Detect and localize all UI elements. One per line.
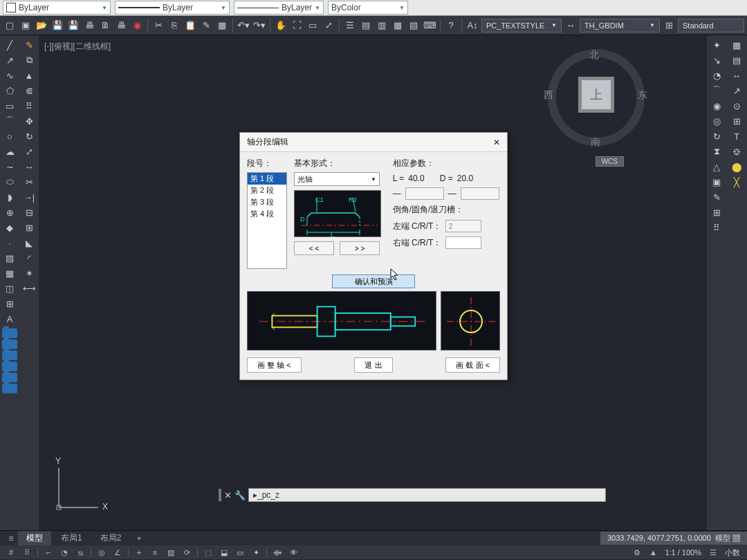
3dosnap-icon[interactable]: ⬚ (201, 547, 215, 558)
plot-icon[interactable]: 🖶 (114, 19, 128, 32)
drag-handle-icon[interactable] (219, 489, 221, 501)
layer-folder-icon[interactable] (2, 384, 17, 393)
gradient-icon[interactable]: ▦ (1, 266, 18, 280)
fillet-icon[interactable]: ◜ (21, 251, 37, 265)
lwt-icon[interactable]: ≡ (148, 547, 162, 558)
rtool-icon[interactable]: ⌒ (708, 84, 725, 97)
circle-icon[interactable]: ○ (1, 129, 18, 143)
rtool-icon[interactable]: ◎ (708, 114, 725, 128)
rtool-icon[interactable]: ↗ (728, 84, 745, 97)
rotate-icon[interactable]: ↻ (21, 129, 37, 143)
designcenter-icon[interactable]: ▤ (359, 19, 373, 32)
dimstyle-dropdown[interactable]: TH_GBDIM▼ (580, 19, 660, 32)
tabs-menu-icon[interactable]: ≡ (6, 533, 17, 544)
markup-icon[interactable]: ▧ (407, 19, 421, 32)
draw-whole-shaft-button[interactable]: 画 整 轴 < (247, 357, 302, 373)
layer-folder-icon[interactable] (2, 339, 17, 349)
segment-item[interactable]: 第 2 段 (248, 185, 286, 196)
rtool-icon[interactable]: ⬤ (728, 160, 745, 174)
offset-icon[interactable]: ⋐ (21, 84, 37, 97)
add-layout-button[interactable]: + (131, 534, 147, 543)
zoom-win-icon[interactable]: ▭ (306, 19, 320, 32)
pan-icon[interactable]: ✋ (274, 19, 288, 32)
ellipse-arc-icon[interactable]: ◗ (1, 190, 18, 204)
matchprop-icon[interactable]: ✎ (199, 19, 213, 32)
line-icon[interactable]: ╱ (1, 38, 18, 52)
anno-scale-icon[interactable]: ⟴ (270, 547, 284, 558)
copy-icon[interactable]: ⎘ (167, 19, 181, 32)
segment-item[interactable]: 第 1 段 (248, 173, 286, 185)
copy-obj-icon[interactable]: ⧉ (21, 53, 37, 67)
param-input-2[interactable] (461, 187, 499, 200)
layer-folder-icon[interactable] (2, 373, 17, 382)
right-crt-input[interactable] (445, 236, 481, 249)
rtool-icon[interactable]: ⯐ (728, 144, 745, 158)
draw-section-button[interactable]: 画 截 面 < (445, 357, 500, 373)
rtool-icon[interactable]: ↘ (708, 53, 725, 67)
polygon-icon[interactable]: ⬠ (1, 84, 18, 97)
calc-icon[interactable]: ⌨ (423, 19, 436, 32)
rtool-icon[interactable]: ▣ (708, 175, 725, 189)
erase-icon[interactable]: ✎ (21, 38, 37, 52)
paste-icon[interactable]: 📋 (183, 19, 197, 32)
rtool-icon[interactable]: ⠿ (708, 221, 725, 234)
rtool-icon[interactable]: ⊞ (708, 205, 725, 219)
preview-icon[interactable]: 🗎 (98, 19, 112, 32)
wrench-icon[interactable]: 🔧 (234, 490, 246, 501)
spline-icon[interactable]: ∼ (1, 160, 18, 174)
properties-icon[interactable]: ☰ (343, 19, 357, 32)
rtool-icon[interactable]: ▤ (728, 53, 745, 67)
rtool-icon[interactable]: ╳ (728, 175, 745, 189)
color-dropdown[interactable]: ByLayer ▼ (3, 1, 111, 15)
rtool-icon[interactable]: ▦ (728, 38, 745, 52)
sel-icon[interactable]: ▭ (233, 547, 247, 558)
make-block-icon[interactable]: ◆ (1, 221, 18, 234)
param-input-1[interactable] (405, 187, 444, 200)
open-icon[interactable]: 📂 (35, 19, 48, 32)
help-icon[interactable]: ? (444, 19, 458, 32)
view-label[interactable]: [-][俯视][二维线框] (44, 41, 111, 53)
rtool-icon[interactable]: ↔ (728, 68, 745, 82)
segment-item[interactable]: 第 4 段 (248, 208, 286, 220)
rtool-icon[interactable]: ◔ (708, 68, 725, 82)
snap-icon[interactable]: ⠿ (20, 547, 34, 558)
array-icon[interactable]: ⠿ (21, 99, 37, 113)
region-icon[interactable]: ◫ (1, 281, 18, 295)
layer-folder-icon[interactable] (2, 328, 17, 338)
segment-prev-button[interactable]: < < (294, 241, 334, 255)
rtool-icon[interactable]: ⊞ (728, 114, 745, 128)
workspace-icon[interactable]: ⚙ (630, 547, 644, 558)
dwf-icon[interactable]: ◉ (130, 19, 144, 32)
osnap-icon[interactable]: ◎ (95, 547, 109, 558)
zoom-label[interactable]: 1:1 / 100% (662, 548, 704, 557)
lineweight-dropdown[interactable]: ByLayer ▼ (234, 1, 324, 15)
zoom-ext-icon[interactable]: ⤢ (322, 19, 335, 32)
point-icon[interactable]: · (1, 236, 18, 250)
xline-icon[interactable]: ↗ (1, 53, 18, 67)
dialog-title-bar[interactable]: 轴分段编辑 ✕ (240, 133, 507, 152)
rtool-icon[interactable]: T (728, 129, 745, 143)
segment-item[interactable]: 第 3 段 (248, 196, 286, 208)
scale-icon[interactable]: ⤢ (21, 144, 37, 158)
redo-icon[interactable]: ↷▾ (252, 19, 266, 32)
insert-block-icon[interactable]: ⊕ (1, 205, 18, 219)
gizmo-icon[interactable]: ✦ (249, 547, 263, 558)
explode-icon[interactable]: ✶ (21, 266, 37, 280)
rtool-icon[interactable]: ⊙ (728, 99, 745, 113)
save-icon[interactable]: 💾 (50, 19, 64, 32)
ortho-icon[interactable]: ⌐ (42, 547, 55, 558)
dimstyle-icon[interactable]: ↔ (564, 19, 578, 32)
rtool-icon[interactable]: ✦ (708, 38, 725, 52)
ducs-icon[interactable]: ⬓ (217, 547, 231, 558)
transp-icon[interactable]: ▨ (164, 547, 178, 558)
tab-model[interactable]: 模型 (18, 531, 51, 545)
saveas-icon[interactable]: 💾 (66, 19, 80, 32)
precision-label[interactable]: 小数 (722, 548, 743, 558)
cut-icon[interactable]: ✂ (151, 19, 165, 32)
left-crt-input[interactable] (445, 220, 481, 232)
view-cube[interactable]: 上 北 南 东 西 (541, 42, 652, 153)
anno-icon[interactable]: ▲ (646, 547, 660, 558)
plotstyle-dropdown[interactable]: ByColor ▼ (328, 1, 408, 15)
join-icon[interactable]: ⊞ (21, 221, 37, 234)
grid-icon[interactable]: # (4, 547, 18, 558)
